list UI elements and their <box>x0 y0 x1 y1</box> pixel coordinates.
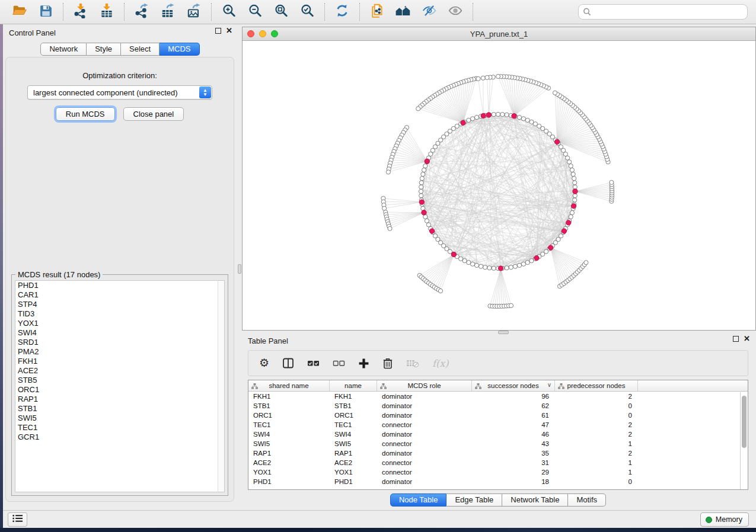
table-row[interactable]: ACE2ACE2connector311 <box>248 458 748 467</box>
table-cell[interactable]: 47 <box>472 420 555 430</box>
tab-node-table[interactable]: Node Table <box>390 493 447 507</box>
network-window-titlebar[interactable]: YPA_prune.txt_1 <box>243 27 755 41</box>
show-columns-icon[interactable] <box>307 358 320 368</box>
tab-select[interactable]: Select <box>121 43 160 56</box>
network-canvas[interactable] <box>243 41 755 330</box>
import-network-button[interactable] <box>71 2 90 21</box>
table-cell[interactable]: 2 <box>555 448 638 458</box>
tab-motifs[interactable]: Motifs <box>568 493 606 507</box>
table-cell[interactable]: 18 <box>472 477 555 486</box>
mcds-result-item[interactable]: YOX1 <box>15 319 224 328</box>
mcds-result-item[interactable]: TEC1 <box>15 423 224 432</box>
table-cell[interactable]: 62 <box>472 401 555 411</box>
table-row[interactable]: SWI4SWI4dominator462 <box>248 430 748 439</box>
mcds-result-item[interactable]: RAP1 <box>15 395 224 404</box>
table-cell[interactable]: dominator <box>377 477 472 486</box>
table-cell[interactable]: TEC1 <box>330 420 377 430</box>
table-cell[interactable]: ORC1 <box>330 411 377 420</box>
table-cell[interactable]: connector <box>377 439 472 448</box>
table-cell[interactable]: TEC1 <box>248 420 330 430</box>
table-scrollbar-thumb[interactable] <box>742 396 747 448</box>
zoom-fit-button[interactable] <box>272 2 291 21</box>
table-cell[interactable]: 35 <box>472 448 555 458</box>
float-panel-icon[interactable] <box>215 28 221 34</box>
table-row[interactable]: TEC1TEC1connector472 <box>248 420 748 430</box>
table-row[interactable]: YOX1YOX1connector291 <box>248 467 748 477</box>
apply-layout-button[interactable] <box>333 2 352 21</box>
export-image-button[interactable] <box>184 2 203 21</box>
mcds-result-item[interactable]: SWI5 <box>15 414 224 423</box>
table-cell[interactable]: 0 <box>555 401 638 411</box>
table-cell[interactable]: connector <box>377 467 472 477</box>
network-from-file-button[interactable] <box>368 2 387 21</box>
tab-style[interactable]: Style <box>87 43 121 56</box>
table-cell[interactable]: STB1 <box>248 401 330 411</box>
table-cell[interactable]: 96 <box>472 392 555 401</box>
tab-mcds[interactable]: MCDS <box>160 43 199 56</box>
mcds-result-item[interactable]: PHD1 <box>15 281 224 290</box>
column-header-name[interactable]: name <box>330 380 377 391</box>
table-cell[interactable]: 2 <box>555 392 638 401</box>
mcds-result-item[interactable]: SWI4 <box>15 328 224 338</box>
zoom-in-button[interactable] <box>219 2 238 21</box>
splitter-handle-icon[interactable] <box>238 264 241 274</box>
table-cell[interactable]: 0 <box>555 477 638 486</box>
table-cell[interactable]: YOX1 <box>330 467 377 477</box>
table-cell[interactable]: dominator <box>377 392 472 401</box>
table-cell[interactable]: connector <box>377 420 472 430</box>
table-cell[interactable]: 1 <box>555 467 638 477</box>
table-row[interactable]: PHD1PHD1dominator180 <box>248 477 748 486</box>
show-all-button[interactable] <box>446 2 465 21</box>
table-cell[interactable]: FKH1 <box>248 392 330 401</box>
table-cell[interactable]: FKH1 <box>330 392 377 401</box>
mcds-result-item[interactable]: STP4 <box>15 300 224 309</box>
close-panel-icon[interactable]: ✕ <box>226 28 232 34</box>
table-row[interactable]: FKH1FKH1dominator962 <box>248 392 748 401</box>
memory-button[interactable]: Memory <box>700 512 749 527</box>
table-cell[interactable]: ACE2 <box>330 458 377 467</box>
mcds-result-item[interactable]: PMA2 <box>15 347 224 357</box>
export-network-button[interactable] <box>132 2 151 21</box>
table-cell[interactable]: 2 <box>555 420 638 430</box>
mcds-result-list[interactable]: PHD1CAR1STP4TID3YOX1SWI4SRD1PMA2FKH1ACE2… <box>15 280 225 492</box>
table-cell[interactable]: STB1 <box>330 401 377 411</box>
mcds-result-item[interactable]: ORC1 <box>15 385 224 395</box>
tab-edge-table[interactable]: Edge Table <box>446 493 502 507</box>
table-cell[interactable]: SWI5 <box>248 439 330 448</box>
table-cell[interactable]: 46 <box>472 430 555 439</box>
table-row[interactable]: ORC1ORC1dominator610 <box>248 411 748 420</box>
run-mcds-button[interactable]: Run MCDS <box>56 107 115 121</box>
table-row[interactable]: SWI5SWI5connector431 <box>248 439 748 448</box>
mcds-result-scrollbar[interactable] <box>218 280 225 492</box>
hide-columns-icon[interactable] <box>333 358 345 368</box>
table-cell[interactable]: SWI4 <box>330 430 377 439</box>
tab-network[interactable]: Network <box>40 43 87 56</box>
column-header-successor-nodes[interactable]: successor nodes∨ <box>472 380 555 391</box>
close-table-panel-icon[interactable]: ✕ <box>744 336 750 342</box>
hide-selected-button[interactable] <box>420 2 439 21</box>
table-cell[interactable]: YOX1 <box>248 467 330 477</box>
open-file-button[interactable] <box>10 2 29 21</box>
table-cell[interactable]: 0 <box>555 411 638 420</box>
table-cell[interactable]: PHD1 <box>330 477 377 486</box>
column-header-predecessor-nodes[interactable]: predecessor nodes <box>555 380 638 391</box>
column-header-shared-name[interactable]: shared name <box>248 380 330 391</box>
mcds-result-item[interactable]: FKH1 <box>15 357 224 366</box>
mcds-result-item[interactable]: SRD1 <box>15 338 224 347</box>
table-panel-splitter-handle[interactable] <box>498 331 509 334</box>
table-cell[interactable]: SWI5 <box>330 439 377 448</box>
search-input[interactable] <box>578 4 748 20</box>
network-graph[interactable] <box>243 41 755 330</box>
mcds-result-item[interactable]: GCR1 <box>15 432 224 442</box>
mcds-result-item[interactable]: TID3 <box>15 309 224 319</box>
table-cell[interactable]: 43 <box>472 439 555 448</box>
save-session-button[interactable] <box>36 2 55 21</box>
table-cell[interactable]: ORC1 <box>248 411 330 420</box>
task-history-button[interactable] <box>8 512 27 527</box>
mcds-result-item[interactable]: CAR1 <box>15 290 224 300</box>
table-cell[interactable]: RAP1 <box>248 448 330 458</box>
table-cell[interactable]: dominator <box>377 401 472 411</box>
table-row[interactable]: RAP1RAP1dominator352 <box>248 448 748 458</box>
float-table-panel-icon[interactable] <box>733 336 739 342</box>
table-cell[interactable]: 1 <box>555 439 638 448</box>
